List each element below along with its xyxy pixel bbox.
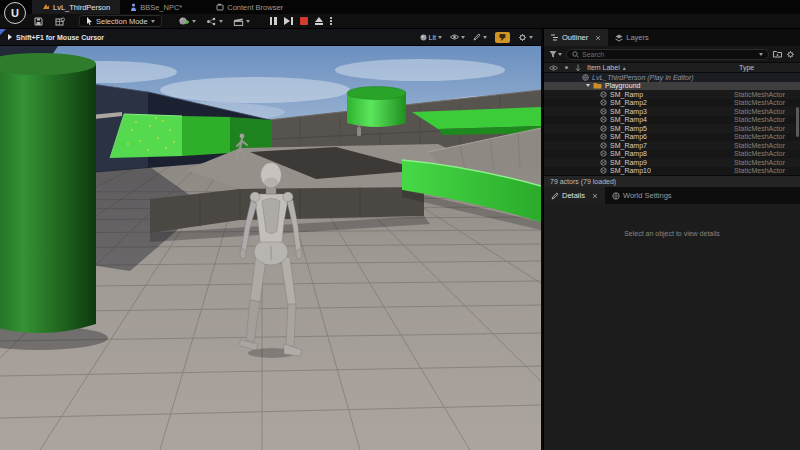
tab-label: Content Browser: [227, 3, 283, 12]
tab-details[interactable]: Details: [544, 187, 605, 204]
actor-row[interactable]: SM_Ramp8 StaticMeshActor: [544, 150, 800, 159]
visibility-column-icon[interactable]: [549, 65, 558, 71]
tab-content-browser[interactable]: Content Browser: [206, 0, 293, 14]
chevron-down-icon: [529, 36, 533, 39]
save-icon: [34, 17, 43, 26]
folder-label: Playground: [605, 82, 640, 89]
actor-row[interactable]: SM_Ramp9 StaticMeshActor: [544, 158, 800, 167]
close-icon[interactable]: [592, 193, 598, 199]
world-row-label: LvL_ThirdPerson (Play In Editor): [592, 74, 694, 81]
actor-type: StaticMeshActor: [734, 167, 785, 174]
actor-row[interactable]: SM_Ramp10 StaticMeshActor: [544, 167, 800, 176]
save-button[interactable]: [34, 17, 43, 26]
world-row[interactable]: LvL_ThirdPerson (Play In Editor): [544, 73, 800, 82]
actor-row[interactable]: SM_Ramp StaticMeshActor: [544, 90, 800, 99]
column-type[interactable]: Type: [739, 64, 754, 71]
outliner-scrollbar[interactable]: [796, 107, 799, 137]
actor-rows: SM_Ramp StaticMeshActor SM_Ramp2 StaticM…: [544, 90, 800, 175]
expand-arrow-icon[interactable]: [586, 84, 590, 87]
tab-world-settings[interactable]: World Settings: [605, 187, 679, 204]
actor-row[interactable]: SM_Ramp2 StaticMeshActor: [544, 99, 800, 108]
world-icon: [582, 74, 589, 81]
character-icon: [130, 3, 137, 11]
far-character: [357, 123, 361, 136]
stop-button[interactable]: [300, 17, 308, 25]
outliner-tree: LvL_ThirdPerson (Play In Editor) Playgro…: [544, 73, 800, 175]
folder-row[interactable]: Playground: [544, 82, 800, 91]
column-item-label[interactable]: Item Label: [587, 64, 620, 71]
outliner-tab-bar: Outliner Layers: [544, 29, 800, 46]
search-input[interactable]: Search: [566, 49, 769, 60]
tab-layers[interactable]: Layers: [608, 29, 656, 46]
outliner-icon: [551, 34, 559, 41]
outliner-column-header: Item Label ▲ Type: [544, 62, 800, 73]
play-options-menu[interactable]: [330, 16, 332, 26]
actor-name: SM_Ramp3: [610, 108, 647, 115]
level-viewport[interactable]: Shift+F1 for Mouse Cursor Lit: [0, 29, 541, 450]
source-control-button[interactable]: [55, 17, 65, 26]
actor-row[interactable]: SM_Ramp7 StaticMeshActor: [544, 141, 800, 150]
viewport-settings-dropdown[interactable]: [518, 33, 533, 42]
play-controls: [270, 16, 332, 26]
actor-type: StaticMeshActor: [734, 150, 785, 157]
tab-label: Details: [562, 191, 585, 200]
tab-level[interactable]: LvL_ThirdPerson: [32, 0, 120, 14]
pause-button[interactable]: [270, 17, 277, 25]
tab-label: Layers: [626, 33, 649, 42]
pen-icon: [473, 33, 481, 41]
actor-row[interactable]: SM_Ramp6 StaticMeshActor: [544, 133, 800, 142]
unreal-logo[interactable]: U: [4, 2, 26, 24]
actor-type: StaticMeshActor: [734, 116, 785, 123]
tab-blueprint[interactable]: BBSe_NPC*: [120, 0, 192, 14]
outliner-status-bar: 79 actors (79 loaded): [544, 175, 800, 187]
static-mesh-icon: [600, 108, 607, 115]
actor-name: SM_Ramp8: [610, 150, 647, 157]
sort-asc-icon: ▲: [622, 65, 627, 71]
show-flags-dropdown[interactable]: [450, 34, 465, 40]
globe-icon: [612, 192, 620, 200]
add-actor-icon: [178, 16, 190, 26]
viewport-focus-corner: [0, 29, 6, 35]
actor-row[interactable]: SM_Ramp3 StaticMeshActor: [544, 107, 800, 116]
search-placeholder: Search: [582, 51, 604, 58]
eye-icon: [450, 34, 459, 40]
actor-type: StaticMeshActor: [734, 133, 785, 140]
viewport-options-dropdown[interactable]: [473, 33, 487, 41]
actor-name: SM_Ramp2: [610, 99, 647, 106]
filter-button[interactable]: [549, 50, 562, 58]
cinematics-button[interactable]: [233, 17, 250, 26]
actor-row[interactable]: SM_Ramp5 StaticMeshActor: [544, 124, 800, 133]
chevron-down-icon: [219, 20, 223, 23]
chevron-down-icon: [192, 20, 196, 23]
type-sort-icon[interactable]: [575, 64, 581, 72]
folder-icon: [593, 82, 602, 89]
step-icon: [284, 17, 290, 25]
viewport-toolbar: Shift+F1 for Mouse Cursor Lit: [0, 29, 541, 46]
quick-add-button[interactable]: [178, 16, 196, 26]
details-tab-bar: Details World Settings: [544, 187, 800, 204]
details-panel-body: Select an object to view details: [544, 204, 800, 450]
actor-type: StaticMeshActor: [734, 125, 785, 132]
chevron-down-icon: [151, 20, 155, 23]
actor-type: StaticMeshActor: [734, 99, 785, 106]
view-mode-dropdown[interactable]: Lit: [420, 34, 442, 41]
create-folder-button[interactable]: [773, 50, 782, 58]
close-icon[interactable]: [595, 35, 601, 41]
actor-name: SM_Ramp4: [610, 116, 647, 123]
frame-skip-button[interactable]: [284, 17, 293, 25]
outliner-settings-button[interactable]: [786, 50, 795, 59]
eject-button[interactable]: [315, 17, 323, 25]
actor-row[interactable]: SM_Ramp4 StaticMeshActor: [544, 116, 800, 125]
tab-outliner[interactable]: Outliner: [544, 29, 608, 46]
blueprints-button[interactable]: [206, 17, 223, 26]
filter-icon: [549, 50, 557, 58]
actor-type: StaticMeshActor: [734, 108, 785, 115]
possess-player-button[interactable]: [495, 32, 510, 43]
selection-mode-dropdown[interactable]: Selection Mode: [79, 15, 162, 27]
cursor-icon: [86, 17, 93, 25]
tab-label: BBSe_NPC*: [140, 3, 182, 12]
3d-scene[interactable]: [0, 46, 541, 450]
pin-column-icon[interactable]: [563, 64, 570, 71]
chevron-down-icon: [438, 36, 442, 39]
outliner-search-row: Search: [544, 46, 800, 62]
